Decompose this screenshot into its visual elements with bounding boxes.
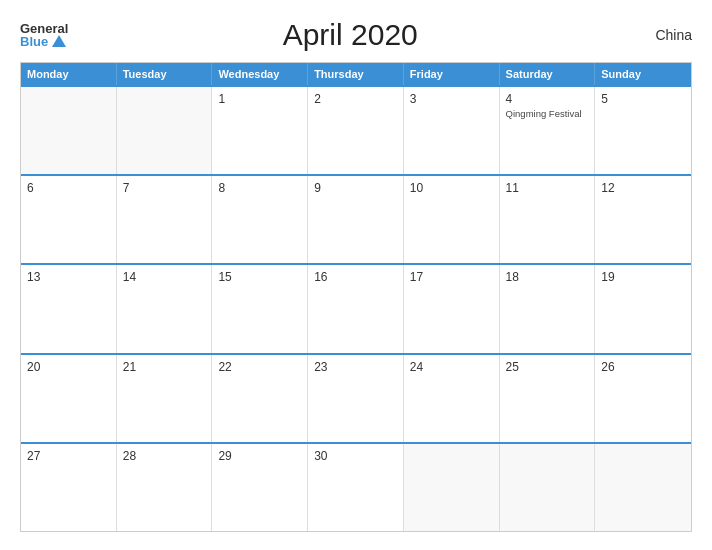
logo-blue-text: Blue bbox=[20, 35, 68, 48]
day-cell: 28 bbox=[117, 444, 213, 531]
day-cell bbox=[500, 444, 596, 531]
day-cell: 27 bbox=[21, 444, 117, 531]
day-number: 8 bbox=[218, 181, 301, 195]
day-number: 26 bbox=[601, 360, 685, 374]
day-number: 20 bbox=[27, 360, 110, 374]
day-cell: 9 bbox=[308, 176, 404, 263]
header-wednesday: Wednesday bbox=[212, 63, 308, 85]
day-cell: 12 bbox=[595, 176, 691, 263]
day-cell bbox=[21, 87, 117, 174]
day-cell: 25 bbox=[500, 355, 596, 442]
day-number: 1 bbox=[218, 92, 301, 106]
day-cell bbox=[595, 444, 691, 531]
day-cell: 2 bbox=[308, 87, 404, 174]
day-headers-row: Monday Tuesday Wednesday Thursday Friday… bbox=[21, 63, 691, 85]
week-row-3: 13141516171819 bbox=[21, 263, 691, 352]
calendar: Monday Tuesday Wednesday Thursday Friday… bbox=[20, 62, 692, 532]
header: General Blue April 2020 China bbox=[20, 18, 692, 52]
day-number: 7 bbox=[123, 181, 206, 195]
day-number: 9 bbox=[314, 181, 397, 195]
day-cell: 15 bbox=[212, 265, 308, 352]
day-cell bbox=[404, 444, 500, 531]
day-cell bbox=[117, 87, 213, 174]
day-number: 28 bbox=[123, 449, 206, 463]
day-number: 22 bbox=[218, 360, 301, 374]
day-number: 10 bbox=[410, 181, 493, 195]
day-number: 15 bbox=[218, 270, 301, 284]
day-cell: 17 bbox=[404, 265, 500, 352]
page: General Blue April 2020 China Monday Tue… bbox=[0, 0, 712, 550]
day-number: 30 bbox=[314, 449, 397, 463]
day-cell: 26 bbox=[595, 355, 691, 442]
header-tuesday: Tuesday bbox=[117, 63, 213, 85]
day-cell: 1 bbox=[212, 87, 308, 174]
day-cell: 8 bbox=[212, 176, 308, 263]
day-number: 11 bbox=[506, 181, 589, 195]
day-number: 2 bbox=[314, 92, 397, 106]
header-sunday: Sunday bbox=[595, 63, 691, 85]
day-number: 19 bbox=[601, 270, 685, 284]
day-number: 14 bbox=[123, 270, 206, 284]
event-label: Qingming Festival bbox=[506, 108, 589, 120]
day-cell: 24 bbox=[404, 355, 500, 442]
day-number: 27 bbox=[27, 449, 110, 463]
day-cell: 23 bbox=[308, 355, 404, 442]
day-cell: 7 bbox=[117, 176, 213, 263]
day-number: 3 bbox=[410, 92, 493, 106]
day-cell: 22 bbox=[212, 355, 308, 442]
logo: General Blue bbox=[20, 22, 68, 48]
header-saturday: Saturday bbox=[500, 63, 596, 85]
day-cell: 16 bbox=[308, 265, 404, 352]
day-cell: 4Qingming Festival bbox=[500, 87, 596, 174]
day-number: 29 bbox=[218, 449, 301, 463]
day-cell: 14 bbox=[117, 265, 213, 352]
day-cell: 29 bbox=[212, 444, 308, 531]
day-cell: 20 bbox=[21, 355, 117, 442]
day-number: 12 bbox=[601, 181, 685, 195]
week-row-5: 27282930 bbox=[21, 442, 691, 531]
day-cell: 13 bbox=[21, 265, 117, 352]
day-number: 4 bbox=[506, 92, 589, 106]
day-cell: 3 bbox=[404, 87, 500, 174]
country-label: China bbox=[632, 27, 692, 43]
day-cell: 30 bbox=[308, 444, 404, 531]
day-number: 5 bbox=[601, 92, 685, 106]
header-friday: Friday bbox=[404, 63, 500, 85]
day-number: 24 bbox=[410, 360, 493, 374]
week-row-2: 6789101112 bbox=[21, 174, 691, 263]
day-number: 21 bbox=[123, 360, 206, 374]
week-row-4: 20212223242526 bbox=[21, 353, 691, 442]
logo-triangle-icon bbox=[52, 35, 66, 47]
day-number: 18 bbox=[506, 270, 589, 284]
header-thursday: Thursday bbox=[308, 63, 404, 85]
day-number: 13 bbox=[27, 270, 110, 284]
day-cell: 11 bbox=[500, 176, 596, 263]
header-monday: Monday bbox=[21, 63, 117, 85]
weeks: 1234Qingming Festival5678910111213141516… bbox=[21, 85, 691, 531]
day-cell: 6 bbox=[21, 176, 117, 263]
day-cell: 10 bbox=[404, 176, 500, 263]
calendar-title: April 2020 bbox=[68, 18, 632, 52]
day-number: 17 bbox=[410, 270, 493, 284]
day-cell: 19 bbox=[595, 265, 691, 352]
day-cell: 21 bbox=[117, 355, 213, 442]
day-cell: 5 bbox=[595, 87, 691, 174]
day-number: 25 bbox=[506, 360, 589, 374]
day-number: 16 bbox=[314, 270, 397, 284]
day-number: 23 bbox=[314, 360, 397, 374]
day-cell: 18 bbox=[500, 265, 596, 352]
week-row-1: 1234Qingming Festival5 bbox=[21, 85, 691, 174]
day-number: 6 bbox=[27, 181, 110, 195]
